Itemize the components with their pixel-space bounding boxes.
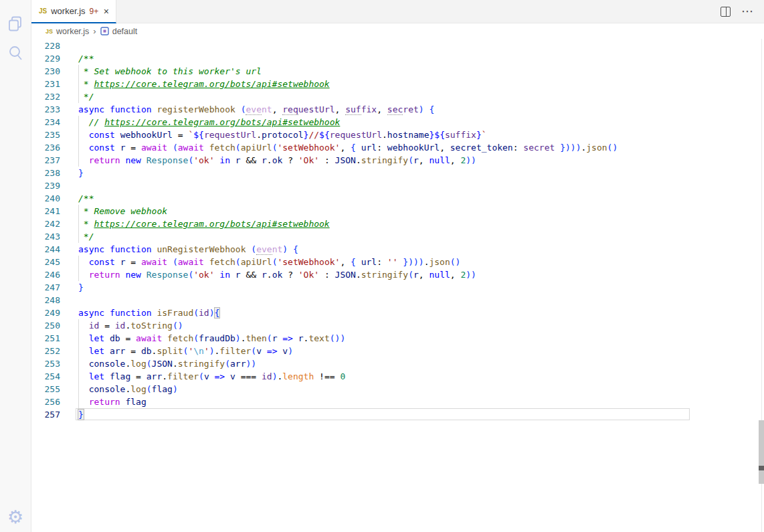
code-line[interactable]: 244async function unRegisterWebhook (eve… — [31, 243, 764, 256]
code-token: id — [115, 321, 126, 331]
code-token: : — [513, 143, 518, 153]
code-line[interactable]: 232 */ — [31, 90, 764, 103]
line-number[interactable]: 252 — [31, 345, 60, 357]
code-line[interactable]: 234 // https://core.telegram.org/bots/ap… — [31, 116, 764, 128]
code-line[interactable]: 254 let flag = arr.filter(v => v === id)… — [31, 370, 764, 383]
line-number[interactable]: 247 — [31, 281, 60, 294]
code-line[interactable]: 251 let db = await fetch(fraudDb).then(r… — [31, 332, 764, 345]
line-number[interactable]: 236 — [31, 141, 60, 154]
line-number[interactable]: 249 — [31, 306, 60, 319]
unused-hint-underline: eve — [256, 244, 272, 255]
line-number[interactable]: 241 — [31, 205, 60, 217]
line-number[interactable]: 228 — [31, 39, 60, 52]
explorer-files-icon[interactable] — [0, 8, 31, 39]
code-line[interactable]: 233async function registerWebhook (event… — [31, 103, 764, 116]
line-number[interactable]: 246 — [31, 268, 60, 281]
code-token: * Set webhook to this worker's url — [78, 66, 262, 76]
code-line[interactable]: 257} — [31, 408, 764, 421]
line-number[interactable]: 257 — [31, 408, 60, 421]
line-number[interactable]: 251 — [31, 332, 60, 345]
line-number[interactable]: 250 — [31, 319, 60, 332]
code-token — [173, 130, 178, 140]
code-line[interactable]: 242 * https://core.telegram.org/bots/api… — [31, 217, 764, 230]
line-number[interactable]: 229 — [31, 52, 60, 65]
code-line[interactable]: 239 — [31, 179, 764, 192]
code-line[interactable]: 250 id = id.toString() — [31, 319, 764, 332]
more-actions-icon[interactable]: ⋯ — [741, 5, 753, 17]
code-line[interactable]: 241 * Remove webhook — [31, 205, 764, 217]
code-token: ok — [272, 155, 283, 165]
code-line[interactable]: 252 let arr = db.split('\n').filter(v =>… — [31, 345, 764, 357]
code-token: JSON — [335, 155, 356, 165]
code-text: async function registerWebhook (event, r… — [78, 103, 434, 116]
line-number[interactable]: 234 — [31, 116, 60, 128]
search-icon[interactable] — [0, 37, 31, 68]
code-line[interactable]: 237 return new Response('ok' in r && r.o… — [31, 154, 764, 167]
split-editor-icon[interactable] — [721, 7, 731, 17]
code-line[interactable]: 246 return new Response('ok' in r && r.o… — [31, 268, 764, 281]
code-line[interactable]: 247} — [31, 281, 764, 294]
line-number[interactable]: 235 — [31, 128, 60, 141]
line-number[interactable]: 254 — [31, 370, 60, 383]
code-line[interactable]: 245 const r = await (await fetch(apiUrl(… — [31, 256, 764, 268]
code-token — [78, 397, 89, 407]
line-number[interactable]: 255 — [31, 383, 60, 395]
code-token — [319, 270, 324, 280]
code-line[interactable]: 255 console.log(flag) — [31, 383, 764, 395]
code-token: = — [130, 143, 136, 153]
code-token: function — [110, 104, 152, 114]
tab-bar-actions: ⋯ — [721, 0, 764, 23]
line-number[interactable]: 232 — [31, 90, 60, 103]
code-token: . — [356, 270, 361, 280]
code-line[interactable]: 253 console.log(JSON.stringify(arr)) — [31, 357, 764, 370]
code-line[interactable]: 230 * Set webhook to this worker's url — [31, 65, 764, 78]
code-line[interactable]: 228 — [31, 39, 764, 52]
scrollbar-thumb[interactable] — [759, 420, 764, 484]
code-token: { — [351, 143, 356, 153]
line-number[interactable]: 243 — [31, 230, 60, 243]
code-editor[interactable]: 228229/**230 * Set webhook to this worke… — [31, 39, 764, 532]
line-number[interactable]: 233 — [31, 103, 60, 116]
breadcrumb-symbol-default[interactable]: default — [112, 27, 138, 36]
code-token: 'Ok' — [298, 270, 319, 280]
line-number[interactable]: 230 — [31, 65, 60, 78]
code-line[interactable]: 243 */ — [31, 230, 764, 243]
line-number[interactable]: 238 — [31, 167, 60, 179]
code-token: ) — [178, 321, 183, 331]
breadcrumb-file[interactable]: worker.js — [56, 27, 89, 36]
line-number[interactable]: 242 — [31, 217, 60, 230]
code-line[interactable]: 238} — [31, 167, 764, 179]
code-token: 'setWebhook' — [277, 257, 340, 267]
line-number[interactable]: 231 — [31, 78, 60, 90]
line-number[interactable]: 256 — [31, 395, 60, 408]
code-token — [141, 270, 147, 280]
code-line[interactable]: 235 const webhookUrl = `${requestUrl.pro… — [31, 128, 764, 141]
line-number[interactable]: 253 — [31, 357, 60, 370]
line-number[interactable]: 240 — [31, 192, 60, 205]
line-number[interactable]: 244 — [31, 243, 60, 256]
code-line[interactable]: 240/** — [31, 192, 764, 205]
tab-worker-js[interactable]: JS worker.js 9+ × — [31, 0, 116, 23]
tab-close-icon[interactable]: × — [102, 6, 110, 17]
code-token: : — [324, 155, 330, 165]
code-token: async — [78, 104, 104, 114]
line-number[interactable]: 248 — [31, 294, 60, 306]
code-token: apiUrl — [241, 257, 272, 267]
code-line[interactable]: 249async function isFraud(id){ — [31, 306, 764, 319]
line-number[interactable]: 239 — [31, 179, 60, 192]
unused-hint-underline: suf — [345, 104, 361, 115]
code-line[interactable]: 231 * https://core.telegram.org/bots/api… — [31, 78, 764, 90]
code-line[interactable]: 229/** — [31, 52, 764, 65]
code-token: , — [377, 104, 382, 114]
code-line[interactable]: 256 return flag — [31, 395, 764, 408]
line-number[interactable]: 245 — [31, 256, 60, 268]
code-token: v — [256, 346, 262, 356]
code-token — [78, 371, 89, 381]
code-token: await — [141, 257, 167, 267]
code-token: url — [361, 257, 377, 267]
code-token: ( — [251, 346, 256, 356]
code-line[interactable]: 248 — [31, 294, 764, 306]
line-number[interactable]: 237 — [31, 154, 60, 167]
settings-gear-icon[interactable]: ⚙ — [0, 501, 31, 532]
code-line[interactable]: 236 const r = await (await fetch(apiUrl(… — [31, 141, 764, 154]
